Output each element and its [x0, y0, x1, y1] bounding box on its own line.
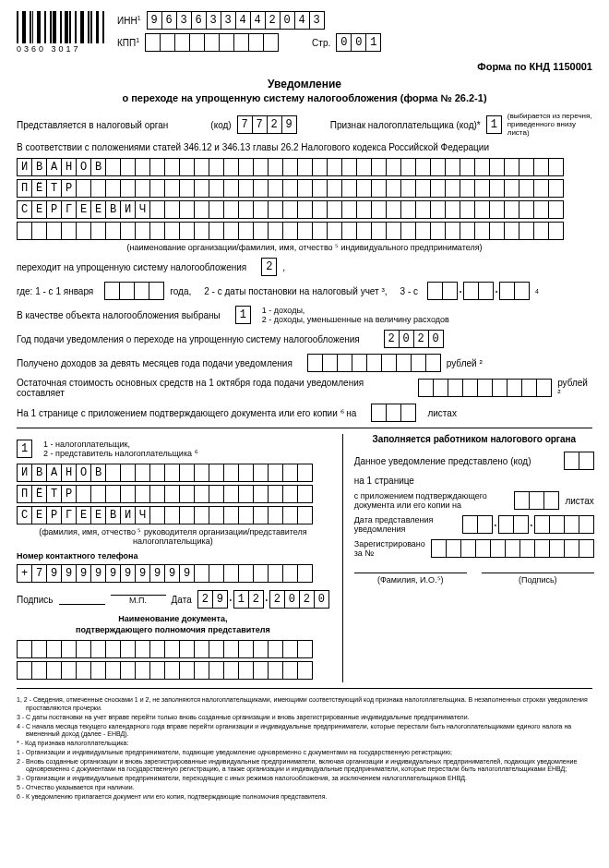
signature-line: [59, 594, 105, 605]
year-label: Год подачи уведомления о переходе на упр…: [17, 334, 360, 344]
priznak-cell: 1: [486, 115, 502, 134]
inn-label: ИНН1: [117, 15, 141, 26]
page-cells: 001: [336, 33, 381, 52]
knd-code: Форма по КНД 1150001: [17, 61, 592, 72]
income-cells: [307, 354, 441, 372]
reg-cells: [431, 539, 594, 558]
kod-label: (код): [210, 120, 231, 130]
barcode: 0360 3017: [17, 11, 104, 54]
page-label: Стр.: [312, 38, 330, 48]
transition-cell: 2: [261, 258, 277, 276]
kpp-label: КПП1: [117, 37, 139, 48]
signer-column: 1 1 - налогоплательщик, 2 - представител…: [17, 434, 329, 682]
year-cells: 2020: [384, 330, 444, 348]
name-lines: ИВАНОВПЁТРСЕРГЕЕВИЧ: [17, 158, 592, 240]
income-label: Получено доходов за девять месяцев года …: [17, 358, 293, 368]
submit-label: Представляется в налоговый орган: [17, 120, 168, 130]
kod-cells: 7729: [237, 115, 297, 134]
official-column: Заполняется работником налогового органа…: [342, 434, 594, 682]
phone-cells: +79999999999: [17, 564, 329, 583]
inn-cells: 963633442043: [147, 11, 325, 30]
header-row: 0360 3017 ИНН1 963633442043 КПП1 Стр. 00…: [17, 11, 592, 55]
assets-cells: [418, 379, 552, 397]
opt1-label: где: 1 - с 1 января: [17, 286, 93, 296]
priznak-note: (выбирается из перечня, приведенного вни…: [508, 113, 592, 137]
subtitle: о переходе на упрощенную систему налогоо…: [17, 92, 592, 103]
object-label: В качестве объекта налогообложения выбра…: [17, 310, 221, 320]
attach-label: На 1 странице с приложением подтверждающ…: [17, 408, 356, 418]
footnotes: 1, 2 - Сведения, отмеченные сносками 1 и…: [17, 696, 592, 801]
transition-label: переходит на упрощенную систему налогооб…: [17, 262, 246, 272]
object-cell: 1: [235, 306, 251, 324]
name-caption: (наименование организации/фамилия, имя, …: [17, 243, 592, 252]
barcode-number: 0360 3017: [17, 44, 104, 54]
signer-type-cell: 1: [17, 440, 32, 458]
preamble: В соответствии с положениями статей 346.…: [17, 142, 489, 152]
title: Уведомление: [17, 78, 592, 90]
priznak-label: Признак налогоплательщика (код)*: [330, 120, 481, 130]
date-cells: 29.12.2020: [197, 590, 329, 609]
kpp-cells: [145, 33, 279, 52]
assets-label: Остаточная стоимость основных средств на…: [17, 378, 403, 398]
